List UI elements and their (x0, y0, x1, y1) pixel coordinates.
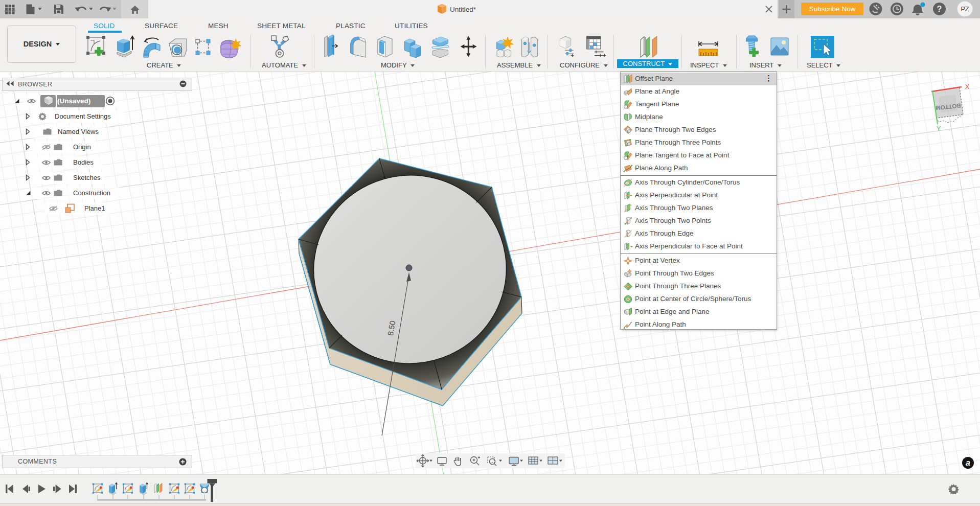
svg-text:Y: Y (937, 125, 941, 132)
svg-text:a: a (966, 458, 970, 467)
svg-text:?: ? (937, 5, 942, 13)
svg-text:X: X (965, 83, 970, 90)
svg-text:PZ: PZ (961, 6, 969, 13)
